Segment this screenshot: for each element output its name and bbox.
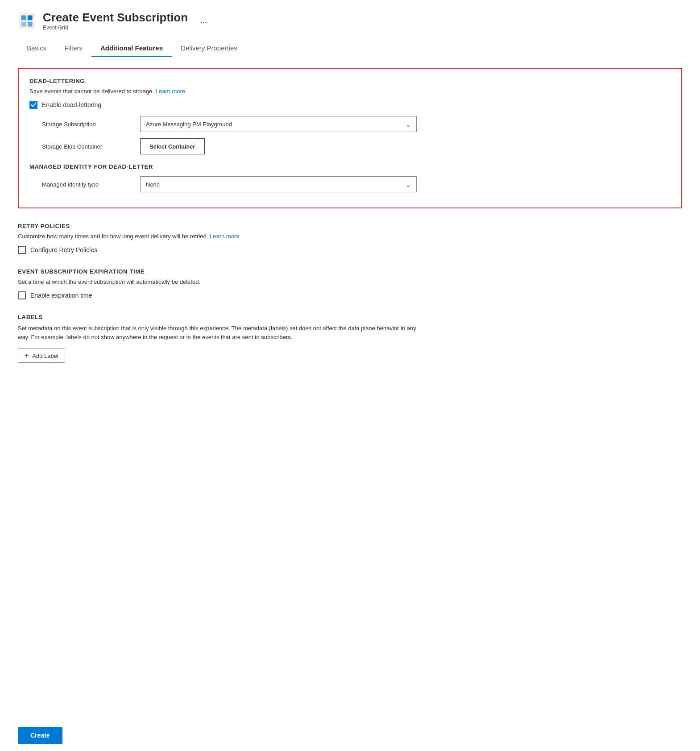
dead-lettering-section: DEAD-LETTERING Save events that cannot b…: [18, 68, 682, 208]
dead-lettering-title: DEAD-LETTERING: [29, 78, 671, 84]
expiration-description: Set a time at which the event subscripti…: [18, 278, 682, 285]
configure-retry-policies-label: Configure Retry Policies: [30, 246, 97, 253]
tabs-container: Basics Filters Additional Features Deliv…: [0, 40, 700, 57]
page-subtitle: Event Grid: [43, 25, 188, 31]
enable-expiration-row: Enable expiration time: [18, 291, 682, 299]
labels-description: Set metadata on this event subscription …: [18, 324, 419, 341]
labels-title: LABELS: [18, 314, 682, 320]
storage-subscription-value: Azure Messaging PM Playground: [146, 121, 232, 128]
storage-subscription-label: Storage Subscription: [42, 121, 140, 128]
retry-policies-description: Customize how many times and for how lon…: [18, 233, 682, 240]
svg-rect-1: [21, 15, 26, 20]
page-title: Create Event Subscription: [43, 11, 188, 25]
expiration-section: EVENT SUBSCRIPTION EXPIRATION TIME Set a…: [18, 268, 682, 299]
create-button[interactable]: Create: [18, 727, 62, 744]
header-text: Create Event Subscription Event Grid: [43, 11, 188, 31]
storage-subscription-chevron-icon: ⌄: [405, 120, 411, 129]
svg-rect-0: [19, 13, 35, 29]
storage-blob-container-label: Storage Blob Container: [42, 143, 140, 150]
storage-subscription-dropdown[interactable]: Azure Messaging PM Playground ⌄: [140, 116, 417, 132]
svg-rect-4: [28, 21, 33, 26]
svg-rect-3: [21, 21, 26, 26]
configure-retry-policies-row: Configure Retry Policies: [18, 246, 682, 254]
enable-expiration-checkbox[interactable]: [18, 291, 26, 299]
retry-policies-title: RETRY POLICIES: [18, 223, 682, 229]
more-options-button[interactable]: ...: [200, 16, 207, 25]
managed-identity-chevron-icon: ⌄: [405, 180, 411, 189]
enable-expiration-label: Enable expiration time: [30, 292, 92, 299]
retry-policies-section: RETRY POLICIES Customize how many times …: [18, 223, 682, 254]
tab-delivery-properties[interactable]: Delivery Properties: [172, 40, 246, 57]
storage-blob-container-row: Storage Blob Container Select Container: [29, 138, 671, 154]
tab-basics[interactable]: Basics: [18, 40, 55, 57]
configure-retry-policies-checkbox[interactable]: [18, 246, 26, 254]
enable-dead-lettering-row: Enable dead-lettering: [29, 101, 671, 109]
managed-identity-title: MANAGED IDENTITY FOR DEAD-LETTER: [29, 163, 671, 170]
managed-identity-type-row: Managed identity type None ⌄: [29, 176, 671, 192]
svg-rect-2: [28, 15, 33, 20]
expiration-title: EVENT SUBSCRIPTION EXPIRATION TIME: [18, 268, 682, 275]
page-header: Create Event Subscription Event Grid ...: [0, 0, 700, 31]
retry-policies-desc-text: Customize how many times and for how lon…: [18, 233, 208, 240]
retry-policies-learn-more[interactable]: Learn more: [210, 233, 239, 240]
select-container-button[interactable]: Select Container: [140, 138, 205, 154]
managed-identity-type-dropdown[interactable]: None ⌄: [140, 176, 417, 192]
add-label-icon: +: [25, 352, 29, 360]
enable-dead-lettering-label: Enable dead-lettering: [42, 101, 101, 108]
dead-lettering-desc-text: Save events that cannot be delivered to …: [29, 88, 154, 95]
labels-section: LABELS Set metadata on this event subscr…: [18, 314, 682, 363]
bottom-bar: Create: [0, 719, 700, 751]
dead-lettering-description: Save events that cannot be delivered to …: [29, 88, 671, 95]
tab-filters[interactable]: Filters: [55, 40, 91, 57]
event-grid-icon: [18, 12, 36, 30]
managed-identity-type-label: Managed identity type: [42, 181, 140, 188]
tab-additional-features[interactable]: Additional Features: [91, 40, 172, 57]
add-label-text: Add Label: [32, 353, 58, 359]
managed-identity-type-value: None: [146, 181, 160, 188]
storage-subscription-row: Storage Subscription Azure Messaging PM …: [29, 116, 671, 132]
main-content: DEAD-LETTERING Save events that cannot b…: [0, 57, 700, 388]
add-label-button[interactable]: + Add Label: [18, 349, 65, 363]
enable-dead-lettering-checkbox[interactable]: [29, 101, 37, 109]
dead-lettering-learn-more[interactable]: Learn more: [156, 88, 185, 95]
